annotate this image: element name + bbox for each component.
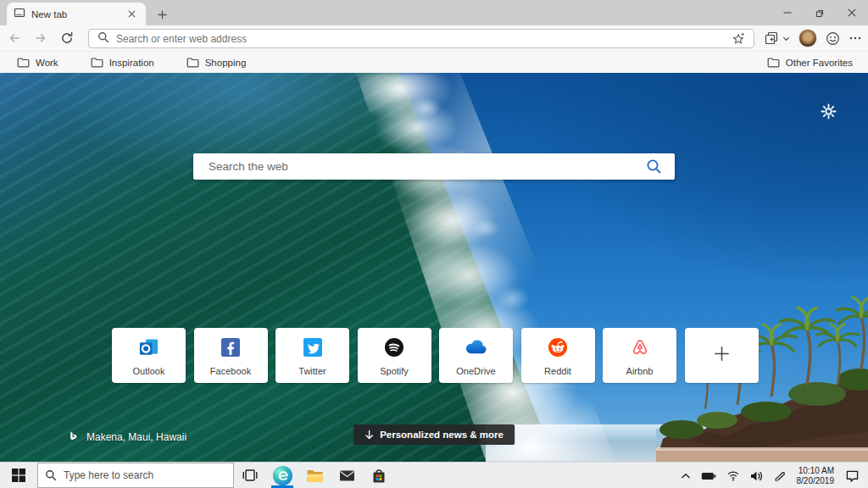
favorite-label: Shopping <box>205 58 247 68</box>
wifi-icon[interactable] <box>721 463 745 488</box>
mail-icon <box>339 469 355 482</box>
news-button-label: Personalized news & more <box>380 430 504 440</box>
add-site-plus-icon <box>711 343 732 368</box>
store-icon <box>370 468 387 484</box>
tab-strip: New tab <box>0 0 868 25</box>
other-favorites-label: Other Favorites <box>786 58 853 68</box>
folder-icon <box>186 57 199 68</box>
volume-icon[interactable] <box>745 463 769 488</box>
favorites-folder-shopping[interactable]: Shopping <box>183 54 250 70</box>
folder-icon <box>17 57 30 68</box>
window-controls <box>771 0 868 25</box>
personalized-news-button[interactable]: Personalized news & more <box>353 424 515 445</box>
tile-label: Facebook <box>210 366 251 376</box>
search-icon <box>45 469 57 481</box>
clock-date: 8/20/2019 <box>797 476 835 486</box>
location-label: Makena, Maui, Hawaii <box>86 431 186 443</box>
start-button[interactable] <box>0 463 37 488</box>
chevron-down-icon <box>782 35 790 42</box>
favorite-label: Inspiration <box>109 58 154 68</box>
tile-twitter[interactable]: Twitter <box>275 328 349 383</box>
taskbar-search-box[interactable] <box>37 463 234 488</box>
add-site-tile[interactable] <box>685 328 759 383</box>
close-window-button[interactable] <box>836 0 868 25</box>
onedrive-icon <box>465 336 487 358</box>
tile-outlook[interactable]: Outlook <box>112 328 186 383</box>
toolbar-right <box>762 27 865 49</box>
favorites-bar: Work Inspiration Shopping Other Favorite… <box>0 51 868 73</box>
folder-icon <box>91 57 103 68</box>
collections-button[interactable] <box>762 27 793 49</box>
favorites-star-icon[interactable] <box>728 30 748 47</box>
down-arrow-icon <box>364 430 374 440</box>
airbnb-icon <box>630 336 650 358</box>
tab-title: New tab <box>31 9 124 19</box>
tile-label: Outlook <box>133 366 165 376</box>
quick-links-row: Outlook Facebook Twitter Spotify <box>112 328 759 383</box>
tile-label: Airbnb <box>626 366 654 376</box>
back-button[interactable] <box>3 27 26 49</box>
address-search-icon <box>97 31 109 47</box>
tile-label: Twitter <box>298 366 326 376</box>
page-settings-gear-icon[interactable] <box>817 100 839 122</box>
taskbar-search-input[interactable] <box>64 469 226 481</box>
feedback-smiley-button[interactable] <box>823 27 843 49</box>
new-tab-page-icon <box>14 7 25 22</box>
new-tab-button[interactable] <box>153 5 171 24</box>
battery-icon[interactable] <box>696 463 721 488</box>
address-bar[interactable] <box>88 29 754 48</box>
minimize-button[interactable] <box>771 0 804 25</box>
facebook-icon <box>220 336 241 358</box>
tile-spotify[interactable]: Spotify <box>358 328 431 383</box>
tile-facebook[interactable]: Facebook <box>194 328 268 383</box>
tile-onedrive[interactable]: OneDrive <box>439 328 513 383</box>
favorite-label: Work <box>36 58 58 68</box>
tile-label: Reddit <box>544 366 571 376</box>
web-search-submit-icon[interactable] <box>641 155 666 178</box>
web-search-box[interactable] <box>193 153 675 180</box>
settings-menu-button[interactable] <box>846 27 865 49</box>
taskbar-clock[interactable]: 10:10 AM 8/20/2019 <box>791 466 841 486</box>
tab-new-tab[interactable]: New tab <box>7 3 146 25</box>
tile-reddit[interactable]: Reddit <box>521 328 595 383</box>
new-tab-page: Outlook Facebook Twitter Spotify <box>0 73 868 462</box>
other-favorites-button[interactable]: Other Favorites <box>764 54 856 70</box>
windows-taskbar: 10:10 AM 8/20/2019 <box>0 462 868 488</box>
file-explorer-icon <box>306 468 324 484</box>
favorites-folder-inspiration[interactable]: Inspiration <box>87 54 158 70</box>
task-view-button[interactable] <box>234 463 266 488</box>
web-search-input[interactable] <box>209 160 641 173</box>
tab-close-icon[interactable] <box>124 7 139 22</box>
address-input[interactable] <box>116 33 728 45</box>
browser-toolbar <box>0 25 868 51</box>
bing-icon <box>68 430 79 443</box>
profile-avatar <box>798 29 817 47</box>
windows-ink-pen-icon[interactable] <box>769 463 791 488</box>
twitter-icon <box>303 336 323 358</box>
profile-button[interactable] <box>796 27 820 49</box>
restore-button[interactable] <box>804 0 836 25</box>
edge-beta-icon <box>273 466 292 485</box>
forward-button[interactable] <box>29 27 53 49</box>
outlook-icon <box>138 336 159 358</box>
windows-logo-icon <box>12 469 25 482</box>
tile-label: OneDrive <box>456 366 495 376</box>
refresh-button[interactable] <box>55 27 79 49</box>
action-center-icon[interactable] <box>840 463 865 488</box>
file-explorer-button[interactable] <box>298 463 331 488</box>
spotify-icon <box>384 336 404 358</box>
microsoft-store-button[interactable] <box>363 463 395 488</box>
tile-airbnb[interactable]: Airbnb <box>603 328 676 383</box>
clock-time: 10:10 AM <box>797 466 835 476</box>
browser-window: New tab <box>0 0 868 488</box>
weather-location-link[interactable]: Makena, Maui, Hawaii <box>68 430 186 443</box>
task-view-icon <box>242 467 259 484</box>
mail-app-button[interactable] <box>331 463 363 488</box>
edge-beta-taskbar-button[interactable] <box>266 463 298 488</box>
favorites-folder-work[interactable]: Work <box>14 54 62 70</box>
reddit-icon <box>548 336 568 358</box>
system-tray: 10:10 AM 8/20/2019 <box>676 463 868 488</box>
tile-label: Spotify <box>380 366 409 376</box>
folder-icon <box>767 57 780 68</box>
tray-overflow-chevron-icon[interactable] <box>676 463 696 488</box>
